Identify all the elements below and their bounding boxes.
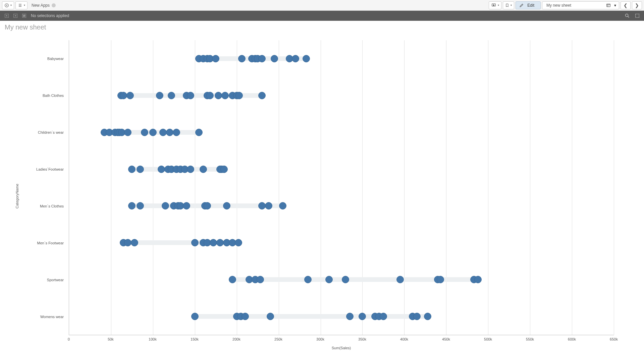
- data-point[interactable]: [137, 166, 144, 173]
- data-point[interactable]: [238, 55, 246, 62]
- data-point[interactable]: [159, 129, 167, 136]
- data-point[interactable]: [191, 313, 199, 320]
- data-point[interactable]: [342, 276, 349, 283]
- plot-area[interactable]: [69, 40, 614, 335]
- data-point[interactable]: [183, 202, 190, 209]
- clear-selections-icon[interactable]: [21, 13, 27, 18]
- x-tick-label: 500k: [484, 337, 492, 341]
- data-point[interactable]: [235, 92, 243, 99]
- data-point[interactable]: [271, 55, 278, 62]
- data-point[interactable]: [258, 202, 266, 209]
- gridline: [321, 40, 321, 335]
- data-point[interactable]: [325, 276, 333, 283]
- data-point[interactable]: [437, 276, 444, 283]
- search-icon[interactable]: [625, 13, 630, 18]
- data-point[interactable]: [220, 166, 228, 173]
- next-sheet-button[interactable]: ❯: [632, 1, 642, 9]
- data-point[interactable]: [124, 239, 131, 246]
- data-point[interactable]: [137, 202, 144, 209]
- app-name-label: New Apps: [32, 3, 50, 8]
- x-tick-label: 650k: [610, 337, 618, 341]
- data-point[interactable]: [279, 202, 286, 209]
- data-point[interactable]: [210, 239, 217, 246]
- chevron-down-icon: ▾: [24, 4, 25, 7]
- previous-sheet-button[interactable]: ❮: [621, 1, 631, 9]
- data-point[interactable]: [120, 92, 127, 99]
- assets-menu-button[interactable]: ▾: [15, 1, 28, 9]
- bookmarks-button[interactable]: ▾: [503, 1, 514, 9]
- data-point[interactable]: [223, 202, 230, 209]
- data-point[interactable]: [396, 276, 404, 283]
- data-point[interactable]: [304, 276, 312, 283]
- svg-line-12: [23, 15, 25, 16]
- data-point[interactable]: [413, 313, 421, 320]
- distribution-plot[interactable]: CategoryName BabywearBath ClothesChildre…: [7, 34, 637, 359]
- data-point[interactable]: [128, 202, 136, 209]
- data-point[interactable]: [187, 92, 194, 99]
- data-point[interactable]: [158, 166, 165, 173]
- step-forward-icon[interactable]: [13, 13, 18, 18]
- data-point[interactable]: [131, 239, 138, 246]
- data-point[interactable]: [380, 313, 387, 320]
- data-point[interactable]: [162, 202, 169, 209]
- data-point[interactable]: [346, 313, 354, 320]
- chevron-down-icon: ▾: [10, 4, 12, 7]
- data-point[interactable]: [229, 276, 236, 283]
- data-point[interactable]: [241, 313, 249, 320]
- data-point[interactable]: [359, 313, 366, 320]
- data-point[interactable]: [166, 129, 173, 136]
- data-point[interactable]: [221, 92, 229, 99]
- data-point[interactable]: [168, 92, 175, 99]
- distribution-band: [195, 314, 428, 319]
- pencil-icon: [519, 3, 524, 8]
- data-point[interactable]: [257, 276, 264, 283]
- sheet-navigator[interactable]: My new sheet ▾: [542, 1, 619, 9]
- data-point[interactable]: [292, 55, 299, 62]
- gridline: [195, 40, 195, 335]
- edit-sheet-button[interactable]: Edit: [516, 1, 541, 9]
- data-point[interactable]: [195, 129, 203, 136]
- data-point[interactable]: [141, 129, 148, 136]
- data-point[interactable]: [265, 202, 272, 209]
- data-point[interactable]: [303, 55, 310, 62]
- gridline: [530, 40, 530, 335]
- data-point[interactable]: [128, 166, 136, 173]
- data-point[interactable]: [215, 92, 222, 99]
- app-status-dot-icon: [52, 3, 56, 7]
- data-point[interactable]: [149, 129, 157, 136]
- chevron-right-icon: ❯: [635, 3, 639, 8]
- y-tick-label: Babywear: [47, 57, 64, 61]
- x-axis-labels: 050k100k150k200k250k300k350k400k450k500k…: [69, 337, 614, 343]
- y-tick-label: Children´s wear: [38, 130, 64, 134]
- data-point[interactable]: [124, 129, 131, 136]
- toolbar-left-group: ▾ ▾ New Apps: [2, 1, 58, 9]
- svg-point-13: [626, 14, 628, 17]
- data-point[interactable]: [212, 55, 219, 62]
- data-point[interactable]: [267, 313, 274, 320]
- global-menu-button[interactable]: ▾: [2, 1, 14, 9]
- y-tick-label: Men´s Clothes: [40, 204, 64, 208]
- data-point[interactable]: [126, 92, 134, 99]
- x-tick-label: 150k: [191, 337, 199, 341]
- data-point[interactable]: [156, 92, 163, 99]
- data-point[interactable]: [206, 92, 214, 99]
- data-point[interactable]: [204, 202, 211, 209]
- selections-tool-icon[interactable]: [635, 13, 640, 18]
- x-tick-label: 100k: [149, 337, 157, 341]
- storytelling-button[interactable]: ▾: [489, 1, 501, 9]
- data-point[interactable]: [216, 239, 224, 246]
- data-point[interactable]: [187, 166, 194, 173]
- data-point[interactable]: [474, 276, 482, 283]
- gridline: [614, 40, 614, 335]
- chevron-down-icon: ▾: [498, 4, 499, 7]
- data-point[interactable]: [200, 166, 207, 173]
- data-point[interactable]: [173, 129, 180, 136]
- step-back-icon[interactable]: [4, 13, 9, 18]
- data-point[interactable]: [258, 92, 266, 99]
- category-row: [69, 202, 614, 209]
- selection-icons: [4, 13, 27, 18]
- data-point[interactable]: [191, 239, 199, 246]
- data-point[interactable]: [235, 239, 242, 246]
- data-point[interactable]: [424, 313, 431, 320]
- data-point[interactable]: [258, 55, 266, 62]
